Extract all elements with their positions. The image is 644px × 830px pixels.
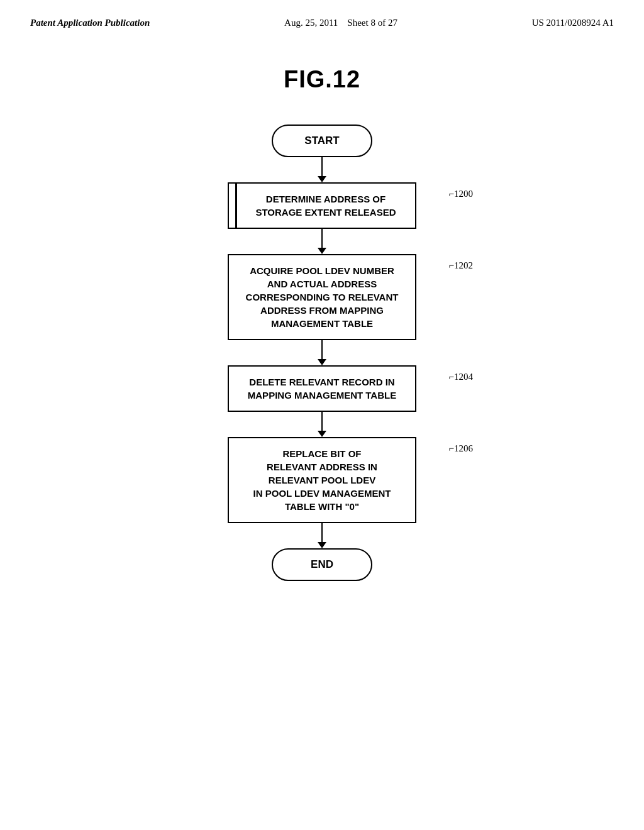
arrow-head-4 (318, 431, 326, 437)
figure-title: FIG.12 (0, 66, 644, 93)
step-1206-box: REPLACE BIT OFRELEVANT ADDRESS INRELEVAN… (228, 437, 416, 523)
step-1206-label: ⌐1206 (449, 443, 473, 454)
header-center: Aug. 25, 2011 Sheet 8 of 27 (284, 18, 397, 28)
arrow-4 (318, 412, 326, 437)
step-1206-row: REPLACE BIT OFRELEVANT ADDRESS INRELEVAN… (228, 437, 416, 523)
step-1202-label: ⌐1202 (449, 260, 473, 271)
arrow-3 (318, 340, 326, 365)
flowchart-diagram: START DETERMINE ADDRESS OFSTORAGE EXTENT… (0, 124, 644, 581)
step-1200-box: DETERMINE ADDRESS OFSTORAGE EXTENT RELEA… (228, 182, 416, 229)
arrow-head-3 (318, 359, 326, 365)
step-1202-row: ACQUIRE POOL LDEV NUMBERAND ACTUAL ADDRE… (228, 254, 416, 340)
step-1204-box: DELETE RELEVANT RECORD INMAPPING MANAGEM… (228, 365, 416, 412)
arrow-line-3 (321, 340, 323, 359)
arrow-line (321, 157, 323, 176)
step-1202-box: ACQUIRE POOL LDEV NUMBERAND ACTUAL ADDRE… (228, 254, 416, 340)
end-shape: END (272, 548, 372, 581)
arrow-line-2 (321, 229, 323, 248)
arrow-line-5 (321, 523, 323, 542)
patent-number: US 2011/0208924 A1 (532, 18, 614, 28)
arrow-head-5 (318, 542, 326, 548)
step-1200-label: ⌐1200 (449, 189, 473, 199)
arrow-2 (318, 229, 326, 254)
step-1204-row: DELETE RELEVANT RECORD INMAPPING MANAGEM… (228, 365, 416, 412)
arrow-1 (318, 157, 326, 182)
arrow-head (318, 176, 326, 182)
arrow-5 (318, 523, 326, 548)
start-terminal: START (272, 124, 372, 157)
step-1204-label: ⌐1204 (449, 372, 473, 382)
arrow-head-2 (318, 248, 326, 254)
end-terminal: END (272, 548, 372, 581)
start-shape: START (272, 124, 372, 157)
publication-date: Aug. 25, 2011 (284, 18, 338, 28)
patent-label: Patent Application Publication (30, 18, 150, 28)
sheet-info: Sheet 8 of 27 (347, 18, 397, 28)
step-1200-row: DETERMINE ADDRESS OFSTORAGE EXTENT RELEA… (228, 182, 416, 229)
arrow-line-4 (321, 412, 323, 431)
